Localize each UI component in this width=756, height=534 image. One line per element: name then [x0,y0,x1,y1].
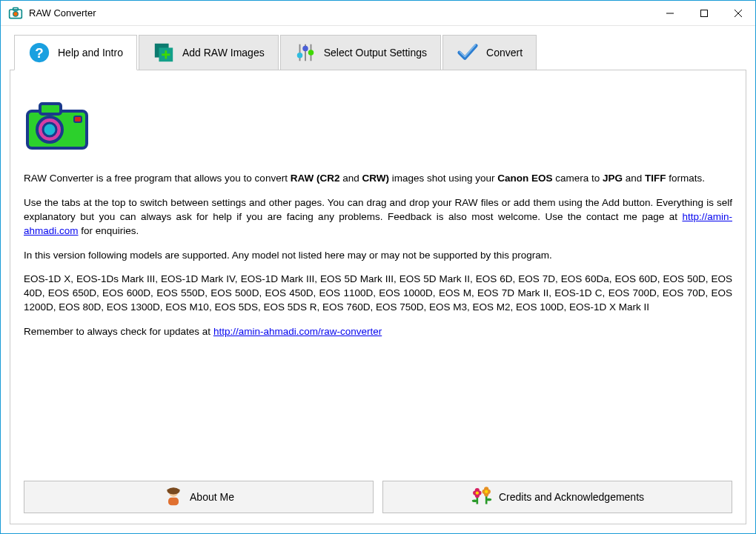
camera-illustration-icon [24,100,732,154]
svg-point-32 [476,491,479,494]
supported-models-list: EOS-1D X, EOS-1Ds Mark III, EOS-1D Mark … [24,273,732,315]
svg-point-2 [13,11,19,16]
tab-label: Convert [486,47,523,59]
titlebar: RAW Converter [1,1,755,26]
tab-bar: ? Help and Intro Add RAW Images [14,35,746,70]
flowers-icon [471,486,493,509]
tab-panel-help-intro: RAW Converter is a free program that all… [10,70,746,524]
svg-rect-25 [168,497,179,505]
svg-point-39 [486,498,491,501]
app-window: RAW Converter ? Help and Intr [0,0,756,534]
intro-paragraph-2: Use the tabs at the top to switch betwee… [24,196,732,238]
client-area: ? Help and Intro Add RAW Images [1,26,755,533]
svg-point-17 [302,46,308,52]
credits-label: Credits and Acknowledgements [499,491,644,503]
add-image-icon [153,41,175,64]
bottom-button-bar: About Me Credits and Acknowledgeme [24,481,732,513]
svg-point-22 [43,123,56,136]
tab-add-raw-images[interactable]: Add RAW Images [139,35,279,70]
intro-paragraph-3: In this version following models are sup… [24,249,732,263]
tab-help-intro[interactable]: ? Help and Intro [14,35,137,70]
svg-point-18 [308,50,314,56]
svg-point-38 [472,499,477,502]
svg-point-16 [296,53,302,59]
updates-link[interactable]: http://amin-ahmadi.com/raw-converter [213,326,382,337]
help-icon: ? [28,41,50,64]
window-controls [653,1,755,25]
svg-text:?: ? [35,45,43,61]
app-icon [8,6,23,21]
maximize-button[interactable] [687,1,721,25]
svg-rect-4 [701,10,708,16]
tab-label: Help and Intro [58,47,123,59]
intro-paragraph-1: RAW Converter is a free program that all… [24,172,732,186]
tab-label: Select Output Settings [324,47,427,59]
svg-rect-23 [74,116,82,122]
svg-point-37 [485,490,488,493]
person-icon [163,486,184,509]
intro-text: RAW Converter is a free program that all… [24,172,732,350]
intro-paragraph-5: Remember to always check for updates at … [24,325,732,339]
about-me-label: About Me [190,491,234,503]
tab-select-output-settings[interactable]: Select Output Settings [280,35,441,70]
settings-sliders-icon [294,41,316,64]
window-title: RAW Converter [29,7,653,19]
check-icon [457,41,479,64]
tab-convert[interactable]: Convert [442,35,537,70]
tab-label: Add RAW Images [182,47,265,59]
credits-button[interactable]: Credits and Acknowledgements [382,481,732,513]
close-button[interactable] [721,1,755,25]
minimize-button[interactable] [653,1,687,25]
about-me-button[interactable]: About Me [24,481,374,513]
svg-rect-20 [40,104,61,114]
